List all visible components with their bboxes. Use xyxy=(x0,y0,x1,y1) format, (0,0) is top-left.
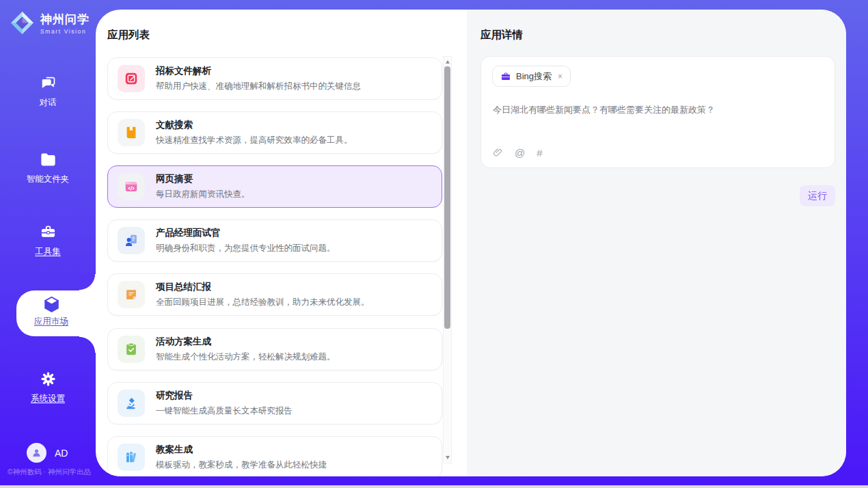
app-item-desc: 模板驱动，教案秒成，教学准备从此轻松快捷 xyxy=(156,459,327,471)
app-item-title: 研究报告 xyxy=(156,390,293,402)
user-initials: AD xyxy=(55,448,68,459)
scrollbar-thumb[interactable] xyxy=(444,66,450,329)
app-item-title: 产品经理面试官 xyxy=(156,227,336,239)
sticky-note-icon xyxy=(118,281,145,308)
sidebar-item-chat[interactable]: 对话 xyxy=(0,74,96,109)
brand-diamond-icon xyxy=(10,10,35,36)
app-item-desc: 快速精准查找学术资源，提高研究效率的必备工具。 xyxy=(156,135,353,146)
sidebar-item-label: 应用市场 xyxy=(22,316,81,327)
sidebar-item-toolset[interactable]: 工具集 xyxy=(0,223,96,258)
prompt-input[interactable]: 今日湖北有哪些新闻要点？有哪些需要关注的最新政策？ xyxy=(493,104,824,116)
sidebar-item-label: 工具集 xyxy=(0,246,96,258)
tool-chip-label: Bing搜索 xyxy=(516,70,552,83)
run-button[interactable]: 运行 xyxy=(800,185,835,206)
scrollbar-up-arrow-icon[interactable] xyxy=(446,60,450,64)
microscope-icon xyxy=(118,390,145,417)
main-content: 应用列表 招标文件解析 帮助用户快速、准确地理解和解析招标书中的关键信息 xyxy=(96,10,846,476)
copyright-text: ©神州数码 · 神州问学出品 xyxy=(4,467,94,477)
browser-code-icon xyxy=(118,173,145,200)
app-item-title: 项目总结汇报 xyxy=(156,281,370,293)
sidebar-item-label: 智能文件夹 xyxy=(0,174,96,185)
app-list-item-web-summary[interactable]: 网页摘要 每日政府新闻资讯快查。 xyxy=(107,165,442,208)
briefcase-icon xyxy=(500,71,511,82)
hash-tag-icon[interactable]: # xyxy=(537,147,542,159)
app-item-title: 教案生成 xyxy=(156,444,327,456)
app-item-title: 网页摘要 xyxy=(156,173,250,185)
app-item-desc: 明确身份和职责，为您提供专业性的面试问题。 xyxy=(156,243,336,254)
app-item-title: 招标文件解析 xyxy=(156,65,361,77)
person-icon xyxy=(31,447,42,459)
app-item-desc: 全面回顾项目进展，总结经验教训，助力未来优化发展。 xyxy=(156,297,370,308)
books-icon xyxy=(118,444,145,471)
user-account[interactable]: AD xyxy=(27,443,68,463)
scrollbar-down-arrow-icon[interactable] xyxy=(446,456,450,459)
paperclip-icon[interactable] xyxy=(493,147,503,159)
sidebar-item-smart-folder[interactable]: 智能文件夹 xyxy=(0,150,96,185)
gear-icon xyxy=(39,370,57,388)
folder-icon xyxy=(39,150,57,169)
chip-close-icon[interactable]: × xyxy=(558,72,562,81)
app-item-title: 文献搜索 xyxy=(156,119,353,131)
sidebar-item-label: 对话 xyxy=(0,97,96,109)
app-item-title: 活动方案生成 xyxy=(156,336,336,348)
app-list-item-pm-interviewer[interactable]: 产品经理面试官 明确身份和职责，为您提供专业性的面试问题。 xyxy=(107,219,442,262)
app-list-panel: 应用列表 招标文件解析 帮助用户快速、准确地理解和解析招标书中的关键信息 xyxy=(96,10,467,476)
cube-icon xyxy=(42,295,61,314)
app-item-desc: 每日政府新闻资讯快查。 xyxy=(156,189,250,200)
app-item-desc: 智能生成个性化活动方案，轻松解决规划难题。 xyxy=(156,351,336,363)
app-list-item-bid-parse[interactable]: 招标文件解析 帮助用户快速、准确地理解和解析招标书中的关键信息 xyxy=(107,57,442,100)
tool-chip-bing-search[interactable]: Bing搜索 × xyxy=(492,66,571,87)
app-list-item-lesson-plan[interactable]: 教案生成 模板驱动，教案秒成，教学准备从此轻松快捷 xyxy=(107,436,442,476)
app-detail-title: 应用详情 xyxy=(480,28,523,42)
app-detail-panel: 应用详情 Bing搜索 × 今日湖北有哪些新闻要点？有哪些需要关注的最新政策？ … xyxy=(467,10,846,476)
active-tab-curve-bottom xyxy=(79,336,96,353)
avatar xyxy=(27,443,46,463)
app-item-desc: 帮助用户快速、准确地理解和解析招标书中的关键信息 xyxy=(156,81,361,92)
chat-icon xyxy=(39,74,57,92)
attachment-toolbar: @ # xyxy=(493,147,543,159)
prompt-card: Bing搜索 × 今日湖北有哪些新闻要点？有哪些需要关注的最新政策？ @ # xyxy=(480,56,835,168)
app-list-item-project-summary[interactable]: 项目总结汇报 全面回顾项目进展，总结经验教训，助力未来优化发展。 xyxy=(107,273,442,316)
sidebar-item-settings[interactable]: 系统设置 xyxy=(0,370,96,405)
app-list-item-event-plan[interactable]: 活动方案生成 智能生成个性化活动方案，轻松解决规划难题。 xyxy=(107,328,442,370)
active-tab-curve-top xyxy=(79,274,96,290)
list-scrollbar[interactable] xyxy=(443,56,452,463)
sidebar-item-app-market[interactable]: 应用市场 xyxy=(16,290,96,336)
brand-subtitle: Smart Vision xyxy=(40,28,90,35)
app-item-desc: 一键智能生成高质量长文本研究报告 xyxy=(156,405,293,417)
pen-square-icon xyxy=(118,65,145,92)
book-icon xyxy=(118,119,145,146)
window-bottom-edge xyxy=(0,485,868,488)
toolbox-icon xyxy=(39,223,57,241)
interviewer-icon xyxy=(118,227,145,254)
brand-name: 神州问学 xyxy=(40,12,90,27)
sidebar-item-label: 系统设置 xyxy=(0,393,96,405)
app-list-title: 应用列表 xyxy=(107,28,150,42)
app-list-item-literature-search[interactable]: 文献搜索 快速精准查找学术资源，提高研究效率的必备工具。 xyxy=(107,111,442,154)
app-list-item-research-report[interactable]: 研究报告 一键智能生成高质量长文本研究报告 xyxy=(107,382,442,424)
sidebar: 神州问学 Smart Vision 对话 智能文件夹 工具集 应 xyxy=(0,0,96,488)
at-mention-icon[interactable]: @ xyxy=(515,147,525,159)
clipboard-check-icon xyxy=(118,336,145,363)
brand-logo: 神州问学 Smart Vision xyxy=(10,10,90,36)
